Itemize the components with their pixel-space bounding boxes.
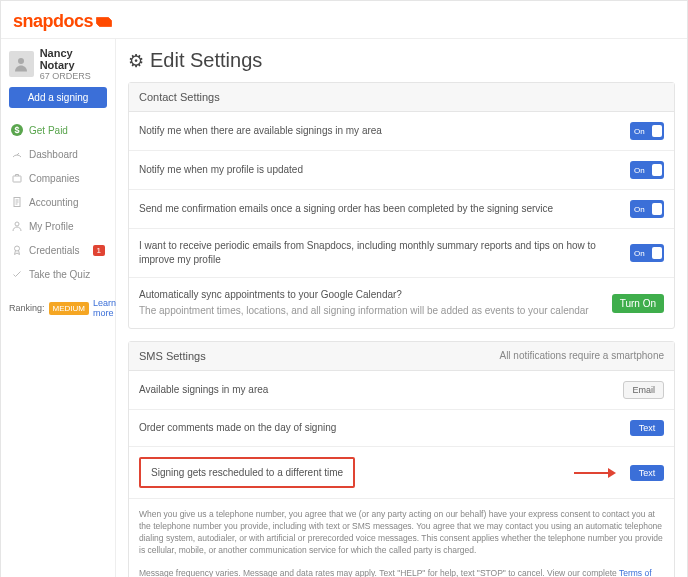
page-title-text: Edit Settings: [150, 49, 262, 72]
legal-text: When you give us a telephone number, you…: [129, 499, 674, 577]
ranking-label: Ranking:: [9, 303, 45, 313]
logo[interactable]: snapdocs: [13, 11, 675, 32]
arrow-annotation: [564, 472, 624, 474]
turn-on-button[interactable]: Turn On: [612, 294, 664, 313]
calendar-title: Automatically sync appointments to your …: [139, 288, 604, 302]
toggle-on[interactable]: On: [630, 200, 664, 218]
toggle-on[interactable]: On: [630, 244, 664, 262]
email-button[interactable]: Email: [623, 381, 664, 399]
check-icon: [11, 268, 23, 280]
logo-text: snapdocs: [13, 11, 93, 32]
sidebar-item-accounting[interactable]: Accounting: [9, 190, 107, 214]
setting-row: Notify me when there are available signi…: [129, 112, 674, 151]
setting-row: Send me confirmation emails once a signi…: [129, 190, 674, 229]
page-title: ⚙ Edit Settings: [128, 49, 675, 72]
panel-title: Contact Settings: [139, 91, 220, 103]
toggle-on[interactable]: On: [630, 122, 664, 140]
sidebar-item-label: Take the Quiz: [29, 269, 90, 280]
sms-text: Signing gets rescheduled to a different …: [151, 467, 343, 478]
setting-text: Notify me when there are available signi…: [139, 124, 622, 138]
credentials-badge: 1: [93, 245, 105, 256]
header: snapdocs: [1, 1, 687, 39]
sidebar-item-label: Companies: [29, 173, 80, 184]
sms-row: Order comments made on the day of signin…: [129, 410, 674, 447]
text-button[interactable]: Text: [630, 465, 664, 481]
document-icon: [11, 196, 23, 208]
setting-row: I want to receive periodic emails from S…: [129, 229, 674, 278]
legal-paragraph-2: Message frequency varies. Message and da…: [139, 568, 664, 577]
sidebar-item-companies[interactable]: Companies: [9, 166, 107, 190]
sidebar-item-take-quiz[interactable]: Take the Quiz: [9, 262, 107, 286]
sms-settings-panel: SMS Settings All notifications require a…: [128, 341, 675, 577]
calendar-sync-row: Automatically sync appointments to your …: [129, 278, 674, 328]
sidebar-item-label: Credentials: [29, 245, 80, 256]
sms-row-highlighted: Signing gets rescheduled to a different …: [129, 447, 674, 499]
svg-point-4: [15, 246, 20, 251]
setting-text: Send me confirmation emails once a signi…: [139, 202, 622, 216]
setting-row: Notify me when my profile is updated On: [129, 151, 674, 190]
briefcase-icon: [11, 172, 23, 184]
logo-icon: [95, 14, 113, 30]
svg-point-0: [18, 58, 24, 64]
sms-text: Order comments made on the day of signin…: [139, 421, 622, 435]
sidebar-item-label: Dashboard: [29, 149, 78, 160]
panel-head: SMS Settings All notifications require a…: [129, 342, 674, 371]
badge-icon: [11, 244, 23, 256]
calendar-subtitle: The appointment times, locations, and al…: [139, 304, 604, 318]
svg-point-3: [15, 222, 19, 226]
gauge-icon: [11, 148, 23, 160]
nav: $ Get Paid Dashboard Companies Accountin…: [9, 118, 107, 286]
panel-title: SMS Settings: [139, 350, 206, 362]
person-icon: [11, 220, 23, 232]
panel-head: Contact Settings: [129, 83, 674, 112]
add-signing-button[interactable]: Add a signing: [9, 87, 107, 108]
sidebar-item-my-profile[interactable]: My Profile: [9, 214, 107, 238]
sidebar-item-label: My Profile: [29, 221, 73, 232]
main: ⚙ Edit Settings Contact Settings Notify …: [116, 39, 687, 577]
text-button[interactable]: Text: [630, 420, 664, 436]
sms-row: Available signings in my area Email: [129, 371, 674, 410]
sidebar-item-get-paid[interactable]: $ Get Paid: [9, 118, 107, 142]
sidebar-item-label: Get Paid: [29, 125, 68, 136]
panel-meta: All notifications require a smartphone: [499, 350, 664, 362]
dollar-icon: $: [11, 124, 23, 136]
setting-text: Notify me when my profile is updated: [139, 163, 622, 177]
gear-icon: ⚙: [128, 50, 144, 72]
svg-rect-1: [13, 176, 21, 182]
highlight-annotation: Signing gets rescheduled to a different …: [139, 457, 355, 488]
sidebar-item-label: Accounting: [29, 197, 78, 208]
contact-settings-panel: Contact Settings Notify me when there ar…: [128, 82, 675, 329]
sidebar-item-credentials[interactable]: Credentials 1: [9, 238, 107, 262]
sidebar-item-dashboard[interactable]: Dashboard: [9, 142, 107, 166]
sms-text: Available signings in my area: [139, 383, 615, 397]
ranking-badge: MEDIUM: [49, 302, 89, 315]
user-block: Nancy Notary 67 ORDERS: [9, 47, 107, 81]
user-orders: 67 ORDERS: [40, 71, 107, 81]
ranking: Ranking: MEDIUM Learn more: [9, 298, 107, 318]
legal-paragraph-1: When you give us a telephone number, you…: [139, 509, 664, 557]
toggle-on[interactable]: On: [630, 161, 664, 179]
sidebar: Nancy Notary 67 ORDERS Add a signing $ G…: [1, 39, 116, 577]
learn-more-link[interactable]: Learn more: [93, 298, 116, 318]
user-name: Nancy Notary: [40, 47, 107, 71]
setting-text: I want to receive periodic emails from S…: [139, 239, 622, 267]
avatar: [9, 51, 34, 77]
